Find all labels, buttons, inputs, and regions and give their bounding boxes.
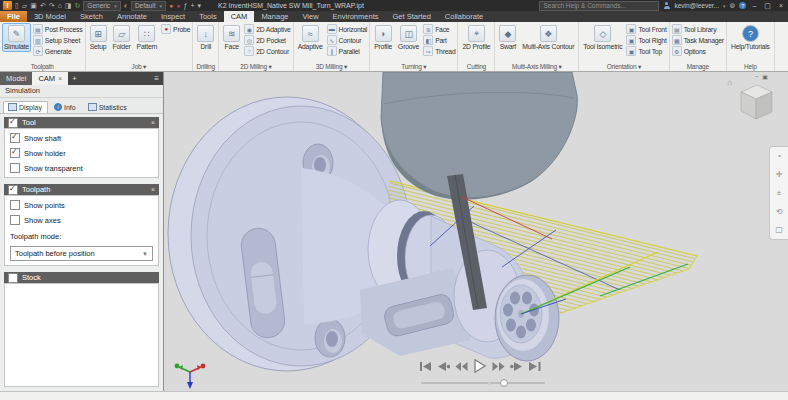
section-header-tool[interactable]: Tool×: [4, 117, 159, 128]
active-standard-combo[interactable]: Generic▾: [83, 1, 120, 11]
ribbon-button-help-tutorials[interactable]: ?Help/Tutorials: [729, 23, 772, 52]
ribbon-group-label-3d-milling[interactable]: 3D Milling ▾: [296, 62, 367, 71]
section-close-icon[interactable]: ×: [151, 186, 155, 193]
ribbon-button-multi-axis-contour[interactable]: ❖Multi-Axis Contour: [520, 23, 576, 52]
step-back-button[interactable]: [455, 361, 468, 372]
app-store-icon[interactable]: ⊚: [730, 1, 736, 10]
ribbon-button-groove[interactable]: ◫Groove: [396, 23, 421, 52]
look-at-icon[interactable]: ▢: [775, 225, 783, 234]
ribbon-button-adaptive[interactable]: ≈Adaptive: [296, 23, 325, 52]
ribbon-group-label-job[interactable]: Job ▾: [88, 62, 191, 71]
ribbon-button-contour[interactable]: ∿Contour: [327, 35, 368, 45]
timeline-track[interactable]: [421, 382, 545, 384]
help-icon[interactable]: ?: [739, 2, 746, 9]
ribbon-button-tool-right[interactable]: ▣Tool Right: [626, 35, 666, 45]
ribbon-tab-inspect[interactable]: Inspect: [154, 11, 192, 22]
tab-display[interactable]: Display: [3, 101, 48, 113]
ribbon-button-tool-front[interactable]: ▣Tool Front: [626, 24, 666, 34]
panel-tab-close-icon[interactable]: ×: [58, 75, 62, 82]
ribbon-tab-annotate[interactable]: Annotate: [110, 11, 154, 22]
step-forward-button[interactable]: [492, 361, 505, 372]
section-header-toolpath[interactable]: Toolpath×: [4, 184, 159, 195]
ribbon-tab-tools[interactable]: Tools: [192, 11, 224, 22]
dropdown-icon[interactable]: ▾: [197, 1, 201, 10]
zoom-icon[interactable]: ±: [777, 188, 781, 197]
ribbon-button-drill[interactable]: ↓Drill: [195, 23, 216, 52]
update-icon[interactable]: ↻: [74, 1, 80, 10]
ribbon-button-parallel[interactable]: ∥Parallel: [327, 46, 368, 56]
play-to-next-button[interactable]: [510, 361, 523, 372]
orbit-icon[interactable]: ⟲: [776, 207, 783, 216]
ribbon-button-folder[interactable]: ▱Folder: [111, 23, 133, 52]
checkbox-show-transparent[interactable]: Show transparent: [10, 163, 153, 173]
panel-tab-model[interactable]: Model: [0, 72, 32, 85]
ribbon-tab-sketch[interactable]: Sketch: [73, 11, 110, 22]
ribbon-tab-cam[interactable]: CAM: [224, 11, 255, 22]
ribbon-group-label-orientation[interactable]: Orientation ▾: [581, 62, 666, 71]
toolpath-mode-select[interactable]: Toolpath before position▼: [10, 246, 153, 261]
section-close-icon[interactable]: ×: [151, 119, 155, 126]
play-button[interactable]: [473, 359, 487, 373]
ribbon-button-2d-contour[interactable]: ○2D Contour: [244, 46, 290, 56]
ribbon-group-label-turning[interactable]: Turning ▾: [372, 62, 455, 71]
ribbon-tab-environments[interactable]: Environments: [326, 11, 386, 22]
checkbox-show-points[interactable]: Show points: [10, 200, 153, 210]
ribbon-button-options[interactable]: ⚙Options: [672, 46, 724, 56]
home-icon[interactable]: ⌂: [58, 1, 62, 10]
iproperties-icon[interactable]: ◨: [65, 1, 72, 10]
section-checkbox-stock[interactable]: [8, 273, 18, 283]
plus-icon[interactable]: +: [190, 1, 194, 10]
ribbon-button-swarf[interactable]: ◆Swarf: [497, 23, 518, 52]
skip-to-start-button[interactable]: [419, 361, 432, 372]
navigation-wheel-icon[interactable]: ◔: [777, 152, 782, 161]
ribbon-button-pattern[interactable]: ∷Pattern: [135, 23, 160, 52]
tab-info[interactable]: iInfo: [49, 101, 82, 113]
tab-statistics[interactable]: Statistics: [83, 101, 133, 113]
ribbon-button-2d-adaptive[interactable]: ◉2D Adaptive: [244, 24, 290, 34]
ribbon-button-generate[interactable]: ⟳Generate: [33, 46, 83, 56]
close-button[interactable]: ×: [777, 2, 785, 9]
section-header-stock[interactable]: Stock: [4, 272, 159, 283]
ribbon-button-task-manager[interactable]: ▦Task Manager: [672, 35, 724, 45]
undo-icon[interactable]: ↶: [40, 1, 46, 10]
ribbon-button-probe[interactable]: ●Probe: [161, 24, 190, 34]
section-checkbox-toolpath[interactable]: [8, 185, 18, 195]
checkbox-box[interactable]: [10, 148, 20, 158]
panel-tab-add-button[interactable]: +: [68, 72, 80, 85]
timeline-handle[interactable]: [500, 379, 508, 387]
appearance-sphere-icon[interactable]: ●: [169, 1, 173, 10]
ribbon-group-label-multi-axis-milling[interactable]: Multi-Axis Milling ▾: [497, 62, 576, 71]
ribbon-button-setup[interactable]: ⊞Setup: [88, 23, 109, 52]
checkbox-show-shaft[interactable]: Show shaft: [10, 133, 153, 143]
color-wheel-icon[interactable]: ◐: [124, 1, 128, 10]
ribbon-tab-3d-model[interactable]: 3D Model: [27, 11, 73, 22]
checkbox-box[interactable]: [10, 215, 20, 225]
skip-to-end-button[interactable]: [528, 361, 541, 372]
inventor-logo-icon[interactable]: I: [3, 1, 12, 10]
ribbon-button-setup-sheet[interactable]: ▥Setup Sheet: [33, 35, 83, 45]
checkbox-box[interactable]: [10, 200, 20, 210]
document-window-buttons[interactable]: ‒▣: [755, 73, 768, 80]
signed-in-user[interactable]: kevin@leever...: [674, 2, 719, 9]
ribbon-button-post-process[interactable]: ▤Post Process: [33, 24, 83, 34]
material-sphere-icon[interactable]: ●: [176, 1, 180, 10]
ribbon-tab-manage[interactable]: Manage: [254, 11, 295, 22]
ribbon-group-label-2d-milling[interactable]: 2D Milling ▾: [221, 62, 290, 71]
panel-tab-cam[interactable]: CAM ×: [32, 72, 68, 85]
ribbon-button-2d-profile[interactable]: ⌖2D Profile: [460, 23, 492, 52]
checkbox-show-holder[interactable]: Show holder: [10, 148, 153, 158]
new-file-icon[interactable]: ▯: [15, 1, 19, 10]
ribbon-button-profile[interactable]: ◗Profile: [372, 23, 394, 52]
ribbon-button-tool-isometric[interactable]: ◇Tool Isometric: [581, 23, 624, 52]
ribbon-tab-collaborate[interactable]: Collaborate: [438, 11, 490, 22]
ribbon-button-horizontal[interactable]: ▬Horizontal: [327, 24, 368, 34]
view-representation-combo[interactable]: Default▾: [131, 1, 166, 11]
section-checkbox-tool[interactable]: [8, 118, 18, 128]
restore-button[interactable]: ▢: [762, 2, 773, 10]
checkbox-box[interactable]: [10, 163, 20, 173]
pan-icon[interactable]: ✛: [776, 170, 783, 179]
viewport-3d[interactable]: ‒▣ ⌂ ◔✛±⟲▢: [164, 72, 788, 391]
ribbon-button-simulate[interactable]: ✎Simulate: [2, 23, 31, 52]
user-menu-chevron-icon[interactable]: ▾: [723, 3, 726, 9]
panel-menu-icon[interactable]: ≡: [150, 72, 163, 85]
